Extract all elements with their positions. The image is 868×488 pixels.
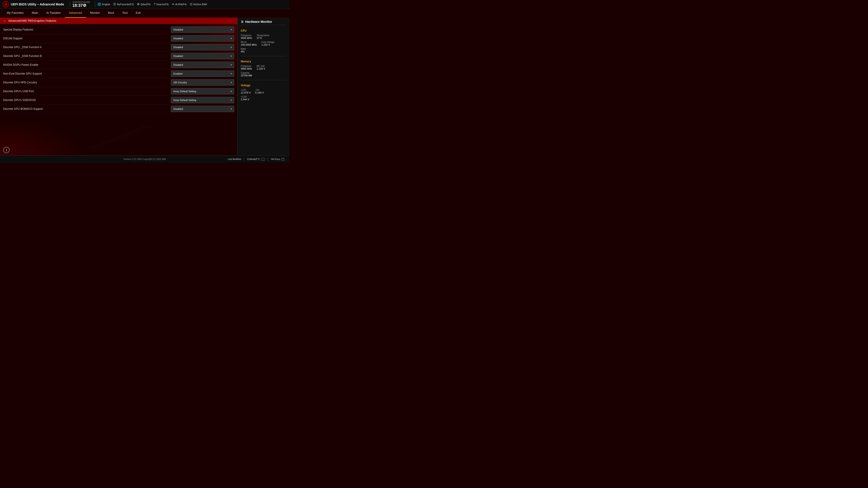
cpu-bclk-voltage: BCLK 100.0000 MHz Core Voltage 1.232 V <box>241 41 286 46</box>
setting-control-9[interactable]: DisabledEnabled ▼ <box>171 106 234 112</box>
cpu-section-title: CPU <box>241 29 286 32</box>
dropdown-9[interactable]: DisabledEnabled <box>171 106 234 112</box>
v5-value: 5.140 V <box>255 91 264 94</box>
header-divider <box>70 2 70 7</box>
nav-monitor[interactable]: Monitor <box>86 8 104 18</box>
dropdown-8[interactable]: Keep Default SettingDisabledEnabled <box>171 97 234 103</box>
toolbar-resize[interactable]: ⊡ ReSize BAR <box>190 2 207 6</box>
cpu-bclk-col: BCLK 100.0000 MHz <box>241 41 257 46</box>
svg-point-2 <box>5 3 7 5</box>
toolbar-resize-label: ReSize BAR <box>193 3 207 6</box>
setting-control-3[interactable]: DisabledEnabled ▼ <box>171 53 234 59</box>
hardware-monitor-panel: 🖥 Hardware Monitor CPU Frequency 4500 MH… <box>237 18 289 156</box>
v33-label: +3.3V <box>241 96 286 98</box>
content-panel: ← Advanced\AMD PBS\Graphics Features Spe… <box>0 18 237 156</box>
cpu-core-voltage-label: Core Voltage <box>261 41 275 43</box>
nav-advanced[interactable]: Advanced <box>65 8 86 18</box>
cpu-freq-label: Frequency <box>241 34 252 37</box>
volt-33-col: +3.3V 3.344 V <box>241 96 286 101</box>
settings-list: Special Display Features DisabledEnabled… <box>0 24 237 144</box>
toolbar-search[interactable]: ? Search(F9) <box>154 2 168 6</box>
nav-exit[interactable]: Exit <box>131 8 145 18</box>
ezmode-label: EzMode(F7) <box>247 158 260 160</box>
volt-12-5: +12V 12.076 V +5V 5.140 V <box>241 89 286 94</box>
setting-label-0: Special Display Features <box>3 28 171 31</box>
datetime: 12/25/2022 Sunday 18:37⚙ <box>72 1 90 7</box>
setting-label-8: Discrete GPU's SSID/SVID <box>3 98 171 102</box>
header: UEFI BIOS Utility – Advanced Mode 12/25/… <box>0 0 289 8</box>
v33-value: 3.344 V <box>241 98 286 101</box>
dropdown-5[interactable]: EnabledDisabled <box>171 70 234 77</box>
table-row: NVIDIA DGPU Power Enable DisabledEnabled… <box>0 61 237 69</box>
breadcrumb-path: Advanced\AMD PBS\Graphics Features <box>8 19 56 22</box>
dropdown-4[interactable]: DisabledEnabled <box>171 62 234 68</box>
cpu-bclk-value: 100.0000 MHz <box>241 43 257 46</box>
toolbar-myfavorite-label: MyFavorite(F3) <box>117 3 134 6</box>
setting-control-2[interactable]: DisabledEnabled ▼ <box>171 44 234 51</box>
volt-12-col: +12V 12.076 V <box>241 89 251 94</box>
nav-aitweaker[interactable]: Ai Tweaker <box>42 8 65 18</box>
setting-control-6[interactable]: OR CircuitryAND Circuitry ▼ <box>171 79 234 86</box>
qfan-icon: ♻ <box>137 2 140 6</box>
setting-control-7[interactable]: Keep Default SettingDisabledEnabled ▼ <box>171 88 234 94</box>
v12-value: 12.076 V <box>241 91 251 94</box>
nav-tool[interactable]: Tool <box>118 8 132 18</box>
search-icon: ? <box>154 2 155 6</box>
toolbar-qfan[interactable]: ♻ Qfan(F6) <box>137 2 151 6</box>
setting-control-8[interactable]: Keep Default SettingDisabledEnabled ▼ <box>171 97 234 103</box>
cpu-temp-label: Temperature <box>256 34 269 37</box>
mem-freq-label: Frequency <box>241 65 252 67</box>
hotkeys-button[interactable]: Hot Keys ? <box>268 157 287 161</box>
toolbar-language-label: English <box>102 3 110 6</box>
cpu-freq-col: Frequency 4500 MHz <box>241 34 252 39</box>
nav-main[interactable]: Main <box>28 8 42 18</box>
table-row: Discrete GPU's SSID/SVID Keep Default Se… <box>0 96 237 105</box>
info-icon[interactable]: ℹ <box>3 147 9 153</box>
dropdown-3[interactable]: DisabledEnabled <box>171 53 234 59</box>
hotkeys-label: Hot Keys <box>271 158 280 160</box>
toolbar-myfavorite[interactable]: ☰ MyFavorite(F3) <box>113 2 134 6</box>
navigation: My Favorites Main Ai Tweaker Advanced Mo… <box>0 8 289 18</box>
volt-5-col: +5V 5.140 V <box>255 89 264 94</box>
toolbar-language[interactable]: 🌐 English <box>97 2 110 6</box>
breadcrumb-back-icon[interactable]: ← <box>3 19 6 23</box>
toolbar-qfan-label: Qfan(F6) <box>141 3 151 6</box>
table-row: Discrete GPU _DSM Function B DisabledEna… <box>0 52 237 61</box>
aura-icon: ✦ <box>172 2 174 6</box>
toolbar-search-label: Search(F9) <box>156 3 168 6</box>
cpu-temp-col: Temperature 17°C <box>256 34 269 39</box>
nav-boot[interactable]: Boot <box>104 8 118 18</box>
last-modified-button[interactable]: Last Modified <box>225 157 244 161</box>
ezmode-button[interactable]: EzMode(F7) → <box>245 157 268 161</box>
table-row: Non-Eval Discrete GPU Support EnabledDis… <box>0 69 237 78</box>
resize-icon: ⊡ <box>190 2 192 6</box>
main-content: ← Advanced\AMD PBS\Graphics Features Spe… <box>0 18 289 156</box>
nav-favorites[interactable]: My Favorites <box>3 8 28 18</box>
toolbar-aura[interactable]: ✦ AURA(F4) <box>172 2 187 6</box>
cpu-ratio-col: Ratio 45x <box>241 48 286 53</box>
setting-control-0[interactable]: DisabledEnabled ▼ <box>171 26 234 33</box>
cpu-core-voltage-value: 1.232 V <box>261 43 275 46</box>
table-row: Special Display Features DisabledEnabled… <box>0 25 237 34</box>
table-row: Discrete GPU's USB Port Keep Default Set… <box>0 87 237 96</box>
mem-freq-volt: Frequency 4800 MHz MC Volt 1.120 V <box>241 65 286 70</box>
setting-control-4[interactable]: DisabledEnabled ▼ <box>171 62 234 68</box>
setting-control-1[interactable]: DisabledEnabled ▼ <box>171 35 234 41</box>
memory-section-title: Memory <box>241 60 286 63</box>
mem-mc-volt-value: 1.120 V <box>256 67 265 70</box>
v5-label: +5V <box>255 89 264 91</box>
mem-freq-col: Frequency 4800 MHz <box>241 65 252 70</box>
cpu-voltage-col: Core Voltage 1.232 V <box>261 41 275 46</box>
dropdown-0[interactable]: DisabledEnabled <box>171 26 234 33</box>
dropdown-1[interactable]: DisabledEnabled <box>171 35 234 41</box>
dropdown-6[interactable]: OR CircuitryAND Circuitry <box>171 79 234 86</box>
setting-control-5[interactable]: EnabledDisabled ▼ <box>171 70 234 77</box>
info-area: ℹ <box>0 144 237 156</box>
dropdown-7[interactable]: Keep Default SettingDisabledEnabled <box>171 88 234 94</box>
toolbar: 🌐 English ☰ MyFavorite(F3) ♻ Qfan(F6) ? … <box>97 2 287 6</box>
language-icon: 🌐 <box>97 2 101 6</box>
table-row: D3Cold Support DisabledEnabled ▼ <box>0 34 237 43</box>
breadcrumb[interactable]: ← Advanced\AMD PBS\Graphics Features <box>0 18 237 24</box>
monitor-icon: 🖥 <box>241 20 244 24</box>
dropdown-2[interactable]: DisabledEnabled <box>171 44 234 51</box>
